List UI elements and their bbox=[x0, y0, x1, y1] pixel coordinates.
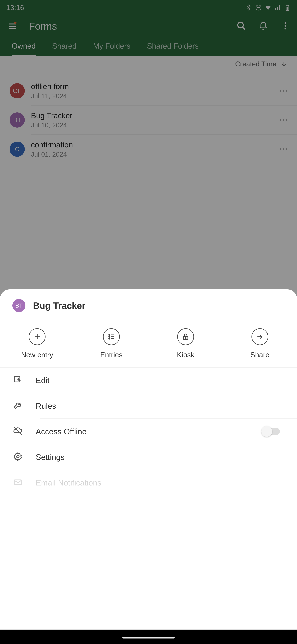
share-button[interactable]: Share bbox=[223, 328, 297, 359]
cloud-off-icon bbox=[13, 426, 23, 436]
plus-icon bbox=[33, 333, 41, 340]
rules-item[interactable]: Rules bbox=[0, 393, 297, 418]
wrench-icon bbox=[13, 401, 23, 410]
svg-line-19 bbox=[14, 428, 21, 435]
svg-point-17 bbox=[185, 338, 186, 338]
access-offline-toggle[interactable] bbox=[262, 428, 280, 435]
nav-handle[interactable] bbox=[122, 636, 175, 638]
list-icon bbox=[108, 333, 115, 340]
mail-icon bbox=[13, 478, 23, 487]
access-offline-item[interactable]: Access Offline bbox=[0, 419, 297, 444]
svg-point-20 bbox=[17, 456, 19, 458]
svg-point-14 bbox=[109, 338, 110, 339]
sheet-title: Bug Tracker bbox=[33, 300, 85, 311]
entries-button[interactable]: Entries bbox=[74, 328, 148, 359]
gear-icon bbox=[13, 452, 23, 462]
bottom-sheet: BT Bug Tracker New entry Entries bbox=[0, 290, 297, 630]
svg-point-12 bbox=[109, 336, 110, 337]
kiosk-button[interactable]: Kiosk bbox=[148, 328, 223, 359]
settings-item[interactable]: Settings bbox=[0, 444, 297, 470]
lock-icon bbox=[182, 333, 190, 340]
avatar: BT bbox=[12, 299, 25, 312]
new-entry-button[interactable]: New entry bbox=[0, 328, 74, 359]
sheet-header: BT Bug Tracker bbox=[0, 294, 297, 320]
share-icon bbox=[256, 333, 264, 340]
sheet-actions: New entry Entries Kiosk Share bbox=[0, 320, 297, 367]
svg-point-10 bbox=[109, 334, 110, 335]
email-notifications-item[interactable]: Email Notifications bbox=[0, 470, 297, 488]
edit-icon bbox=[13, 375, 23, 385]
edit-item[interactable]: Edit bbox=[0, 368, 297, 393]
